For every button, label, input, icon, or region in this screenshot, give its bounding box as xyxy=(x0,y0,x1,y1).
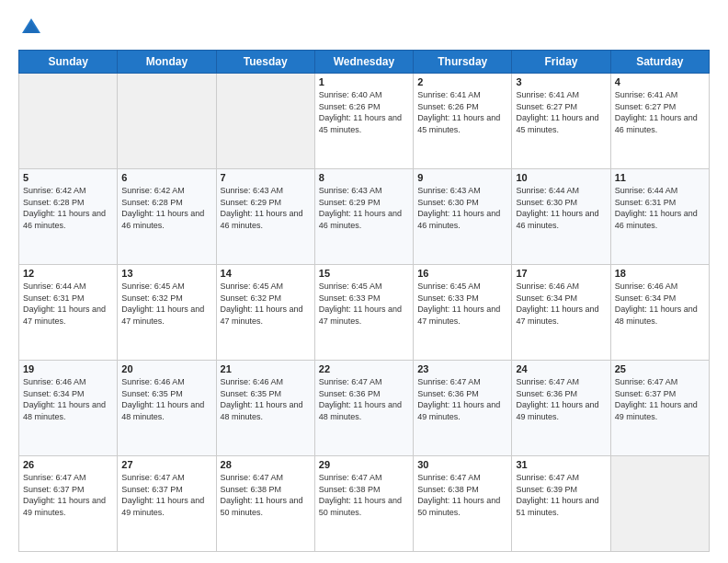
day-cell: 8Sunrise: 6:43 AMSunset: 6:29 PMDaylight… xyxy=(314,169,413,265)
day-cell: 3Sunrise: 6:41 AMSunset: 6:27 PMDaylight… xyxy=(512,74,610,169)
day-cell: 24Sunrise: 6:47 AMSunset: 6:36 PMDayligh… xyxy=(512,361,610,456)
day-cell: 17Sunrise: 6:46 AMSunset: 6:34 PMDayligh… xyxy=(512,265,610,361)
day-cell: 29Sunrise: 6:47 AMSunset: 6:38 PMDayligh… xyxy=(314,456,413,552)
day-cell: 18Sunrise: 6:46 AMSunset: 6:34 PMDayligh… xyxy=(610,265,709,361)
week-row-3: 12Sunrise: 6:44 AMSunset: 6:31 PMDayligh… xyxy=(19,265,710,361)
day-info: Sunrise: 6:47 AMSunset: 6:37 PMDaylight:… xyxy=(615,376,705,422)
page: SundayMondayTuesdayWednesdayThursdayFrid… xyxy=(0,0,728,563)
day-info: Sunrise: 6:47 AMSunset: 6:37 PMDaylight:… xyxy=(121,472,211,518)
day-info: Sunrise: 6:43 AMSunset: 6:29 PMDaylight:… xyxy=(319,185,409,231)
logo xyxy=(18,15,48,40)
day-number: 27 xyxy=(121,459,211,470)
weekday-header-friday: Friday xyxy=(512,51,610,74)
day-info: Sunrise: 6:41 AMSunset: 6:27 PMDaylight:… xyxy=(516,89,606,135)
day-number: 31 xyxy=(516,459,606,470)
day-info: Sunrise: 6:44 AMSunset: 6:31 PMDaylight:… xyxy=(23,281,113,327)
day-number: 7 xyxy=(221,172,311,183)
day-info: Sunrise: 6:46 AMSunset: 6:34 PMDaylight:… xyxy=(615,281,705,327)
day-info: Sunrise: 6:47 AMSunset: 6:37 PMDaylight:… xyxy=(23,472,113,518)
day-cell xyxy=(610,456,709,552)
day-cell: 4Sunrise: 6:41 AMSunset: 6:27 PMDaylight… xyxy=(610,74,709,169)
day-info: Sunrise: 6:43 AMSunset: 6:29 PMDaylight:… xyxy=(221,185,311,231)
day-number: 12 xyxy=(23,268,113,279)
weekday-header-thursday: Thursday xyxy=(414,51,512,74)
day-number: 16 xyxy=(417,268,507,279)
day-number: 8 xyxy=(319,172,409,183)
weekday-header-row: SundayMondayTuesdayWednesdayThursdayFrid… xyxy=(19,51,710,74)
day-cell: 1Sunrise: 6:40 AMSunset: 6:26 PMDaylight… xyxy=(314,74,413,169)
day-cell xyxy=(216,74,314,169)
day-cell: 23Sunrise: 6:47 AMSunset: 6:36 PMDayligh… xyxy=(414,361,512,456)
day-info: Sunrise: 6:47 AMSunset: 6:38 PMDaylight:… xyxy=(221,472,311,518)
day-cell: 2Sunrise: 6:41 AMSunset: 6:26 PMDaylight… xyxy=(414,74,512,169)
day-info: Sunrise: 6:47 AMSunset: 6:36 PMDaylight:… xyxy=(516,376,606,422)
day-cell: 26Sunrise: 6:47 AMSunset: 6:37 PMDayligh… xyxy=(19,456,118,552)
day-number: 25 xyxy=(615,363,705,374)
day-cell: 25Sunrise: 6:47 AMSunset: 6:37 PMDayligh… xyxy=(610,361,709,456)
day-cell: 27Sunrise: 6:47 AMSunset: 6:37 PMDayligh… xyxy=(118,456,216,552)
day-cell: 21Sunrise: 6:46 AMSunset: 6:35 PMDayligh… xyxy=(216,361,314,456)
day-cell: 11Sunrise: 6:44 AMSunset: 6:31 PMDayligh… xyxy=(610,169,709,265)
day-number: 17 xyxy=(516,268,606,279)
day-info: Sunrise: 6:46 AMSunset: 6:34 PMDaylight:… xyxy=(23,376,113,422)
day-number: 4 xyxy=(615,76,705,87)
day-number: 11 xyxy=(615,172,705,183)
day-cell xyxy=(19,74,118,169)
week-row-4: 19Sunrise: 6:46 AMSunset: 6:34 PMDayligh… xyxy=(19,361,710,456)
day-cell: 22Sunrise: 6:47 AMSunset: 6:36 PMDayligh… xyxy=(314,361,413,456)
day-cell: 5Sunrise: 6:42 AMSunset: 6:28 PMDaylight… xyxy=(19,169,118,265)
day-number: 1 xyxy=(319,76,409,87)
weekday-header-tuesday: Tuesday xyxy=(216,51,314,74)
day-number: 23 xyxy=(417,363,507,374)
day-number: 21 xyxy=(221,363,311,374)
day-number: 9 xyxy=(417,172,507,183)
day-number: 14 xyxy=(221,268,311,279)
day-number: 2 xyxy=(417,76,507,87)
day-number: 22 xyxy=(319,363,409,374)
day-cell: 15Sunrise: 6:45 AMSunset: 6:33 PMDayligh… xyxy=(314,265,413,361)
day-info: Sunrise: 6:47 AMSunset: 6:38 PMDaylight:… xyxy=(319,472,409,518)
calendar-table: SundayMondayTuesdayWednesdayThursdayFrid… xyxy=(18,50,710,552)
day-number: 30 xyxy=(417,459,507,470)
day-info: Sunrise: 6:45 AMSunset: 6:33 PMDaylight:… xyxy=(319,281,409,327)
day-info: Sunrise: 6:46 AMSunset: 6:35 PMDaylight:… xyxy=(221,376,311,422)
weekday-header-monday: Monday xyxy=(118,51,216,74)
day-cell: 16Sunrise: 6:45 AMSunset: 6:33 PMDayligh… xyxy=(414,265,512,361)
day-cell: 9Sunrise: 6:43 AMSunset: 6:30 PMDaylight… xyxy=(414,169,512,265)
weekday-header-sunday: Sunday xyxy=(19,51,118,74)
logo-icon xyxy=(18,15,44,40)
day-cell: 19Sunrise: 6:46 AMSunset: 6:34 PMDayligh… xyxy=(19,361,118,456)
header xyxy=(18,15,710,40)
day-info: Sunrise: 6:42 AMSunset: 6:28 PMDaylight:… xyxy=(121,185,211,231)
day-cell: 31Sunrise: 6:47 AMSunset: 6:39 PMDayligh… xyxy=(512,456,610,552)
day-info: Sunrise: 6:47 AMSunset: 6:39 PMDaylight:… xyxy=(516,472,606,518)
day-info: Sunrise: 6:47 AMSunset: 6:36 PMDaylight:… xyxy=(319,376,409,422)
day-cell xyxy=(118,74,216,169)
week-row-2: 5Sunrise: 6:42 AMSunset: 6:28 PMDaylight… xyxy=(19,169,710,265)
week-row-5: 26Sunrise: 6:47 AMSunset: 6:37 PMDayligh… xyxy=(19,456,710,552)
day-info: Sunrise: 6:40 AMSunset: 6:26 PMDaylight:… xyxy=(319,89,409,135)
day-info: Sunrise: 6:46 AMSunset: 6:34 PMDaylight:… xyxy=(516,281,606,327)
day-number: 6 xyxy=(121,172,211,183)
day-number: 28 xyxy=(221,459,311,470)
day-info: Sunrise: 6:46 AMSunset: 6:35 PMDaylight:… xyxy=(121,376,211,422)
day-number: 20 xyxy=(121,363,211,374)
day-number: 13 xyxy=(121,268,211,279)
day-number: 24 xyxy=(516,363,606,374)
day-number: 18 xyxy=(615,268,705,279)
day-number: 15 xyxy=(319,268,409,279)
day-number: 26 xyxy=(23,459,113,470)
day-info: Sunrise: 6:47 AMSunset: 6:38 PMDaylight:… xyxy=(417,472,507,518)
day-cell: 10Sunrise: 6:44 AMSunset: 6:30 PMDayligh… xyxy=(512,169,610,265)
day-number: 10 xyxy=(516,172,606,183)
day-cell: 12Sunrise: 6:44 AMSunset: 6:31 PMDayligh… xyxy=(19,265,118,361)
weekday-header-saturday: Saturday xyxy=(610,51,709,74)
day-cell: 28Sunrise: 6:47 AMSunset: 6:38 PMDayligh… xyxy=(216,456,314,552)
day-number: 5 xyxy=(23,172,113,183)
day-number: 3 xyxy=(516,76,606,87)
day-info: Sunrise: 6:41 AMSunset: 6:27 PMDaylight:… xyxy=(615,89,705,135)
day-info: Sunrise: 6:44 AMSunset: 6:31 PMDaylight:… xyxy=(615,185,705,231)
weekday-header-wednesday: Wednesday xyxy=(314,51,413,74)
day-info: Sunrise: 6:45 AMSunset: 6:32 PMDaylight:… xyxy=(221,281,311,327)
day-number: 29 xyxy=(319,459,409,470)
